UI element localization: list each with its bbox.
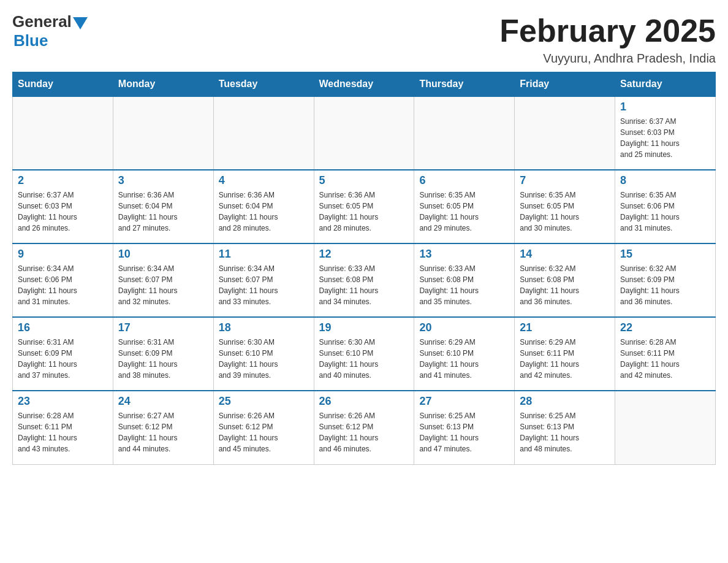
day-info: Sunrise: 6:36 AMSunset: 6:04 PMDaylight:… <box>118 190 208 234</box>
day-info: Sunrise: 6:36 AMSunset: 6:04 PMDaylight:… <box>219 190 309 234</box>
day-number: 22 <box>620 321 710 334</box>
day-info: Sunrise: 6:30 AMSunset: 6:10 PMDaylight:… <box>319 337 409 381</box>
logo: General Blue <box>12 12 88 50</box>
calendar-cell: 26Sunrise: 6:26 AMSunset: 6:12 PMDayligh… <box>314 391 414 464</box>
calendar-cell: 1Sunrise: 6:37 AMSunset: 6:03 PMDaylight… <box>615 96 716 170</box>
day-number: 25 <box>219 395 309 408</box>
day-info: Sunrise: 6:33 AMSunset: 6:08 PMDaylight:… <box>319 263 409 307</box>
calendar-cell <box>314 96 414 170</box>
calendar-cell: 17Sunrise: 6:31 AMSunset: 6:09 PMDayligh… <box>113 317 213 391</box>
day-info: Sunrise: 6:29 AMSunset: 6:11 PMDaylight:… <box>520 337 610 381</box>
day-number: 6 <box>419 174 509 187</box>
page-header: General Blue February 2025 Vuyyuru, Andh… <box>12 12 716 66</box>
day-info: Sunrise: 6:28 AMSunset: 6:11 PMDaylight:… <box>18 410 108 454</box>
day-info: Sunrise: 6:37 AMSunset: 6:03 PMDaylight:… <box>620 116 710 160</box>
day-info: Sunrise: 6:28 AMSunset: 6:11 PMDaylight:… <box>620 337 710 381</box>
day-info: Sunrise: 6:26 AMSunset: 6:12 PMDaylight:… <box>319 410 409 454</box>
day-number: 5 <box>319 174 409 187</box>
day-info: Sunrise: 6:32 AMSunset: 6:09 PMDaylight:… <box>620 263 710 307</box>
calendar-cell: 19Sunrise: 6:30 AMSunset: 6:10 PMDayligh… <box>314 317 414 391</box>
weekday-header-friday: Friday <box>515 72 615 97</box>
weekday-header-tuesday: Tuesday <box>213 72 314 97</box>
day-number: 14 <box>520 248 610 261</box>
calendar-cell <box>615 391 716 464</box>
weekday-header-saturday: Saturday <box>615 72 716 97</box>
calendar-cell: 25Sunrise: 6:26 AMSunset: 6:12 PMDayligh… <box>213 391 314 464</box>
day-info: Sunrise: 6:35 AMSunset: 6:06 PMDaylight:… <box>620 190 710 234</box>
day-number: 10 <box>118 248 208 261</box>
calendar-cell: 10Sunrise: 6:34 AMSunset: 6:07 PMDayligh… <box>113 243 213 317</box>
day-number: 11 <box>219 248 309 261</box>
calendar-cell: 2Sunrise: 6:37 AMSunset: 6:03 PMDaylight… <box>13 170 113 243</box>
calendar-cell <box>113 96 213 170</box>
calendar-cell: 11Sunrise: 6:34 AMSunset: 6:07 PMDayligh… <box>213 243 314 317</box>
day-info: Sunrise: 6:32 AMSunset: 6:08 PMDaylight:… <box>520 263 610 307</box>
title-section: February 2025 Vuyyuru, Andhra Pradesh, I… <box>499 12 716 66</box>
day-number: 26 <box>319 395 409 408</box>
day-info: Sunrise: 6:30 AMSunset: 6:10 PMDaylight:… <box>219 337 309 381</box>
week-row-5: 23Sunrise: 6:28 AMSunset: 6:11 PMDayligh… <box>13 391 716 464</box>
calendar-cell: 4Sunrise: 6:36 AMSunset: 6:04 PMDaylight… <box>213 170 314 243</box>
calendar-cell: 24Sunrise: 6:27 AMSunset: 6:12 PMDayligh… <box>113 391 213 464</box>
calendar-cell <box>414 96 515 170</box>
week-row-1: 1Sunrise: 6:37 AMSunset: 6:03 PMDaylight… <box>13 96 716 170</box>
weekday-header-monday: Monday <box>113 72 213 97</box>
day-info: Sunrise: 6:34 AMSunset: 6:07 PMDaylight:… <box>118 263 208 307</box>
weekday-header-thursday: Thursday <box>414 72 515 97</box>
day-info: Sunrise: 6:31 AMSunset: 6:09 PMDaylight:… <box>118 337 208 381</box>
day-info: Sunrise: 6:35 AMSunset: 6:05 PMDaylight:… <box>419 190 509 234</box>
day-number: 12 <box>319 248 409 261</box>
day-info: Sunrise: 6:26 AMSunset: 6:12 PMDaylight:… <box>219 410 309 454</box>
day-info: Sunrise: 6:31 AMSunset: 6:09 PMDaylight:… <box>18 337 108 381</box>
day-number: 28 <box>520 395 610 408</box>
day-number: 7 <box>520 174 610 187</box>
calendar-cell: 13Sunrise: 6:33 AMSunset: 6:08 PMDayligh… <box>414 243 515 317</box>
calendar-cell: 21Sunrise: 6:29 AMSunset: 6:11 PMDayligh… <box>515 317 615 391</box>
calendar-cell: 12Sunrise: 6:33 AMSunset: 6:08 PMDayligh… <box>314 243 414 317</box>
day-number: 2 <box>18 174 108 187</box>
day-info: Sunrise: 6:33 AMSunset: 6:08 PMDaylight:… <box>419 263 509 307</box>
day-number: 8 <box>620 174 710 187</box>
calendar-cell: 15Sunrise: 6:32 AMSunset: 6:09 PMDayligh… <box>615 243 716 317</box>
day-number: 9 <box>18 248 108 261</box>
day-info: Sunrise: 6:36 AMSunset: 6:05 PMDaylight:… <box>319 190 409 234</box>
calendar-cell: 5Sunrise: 6:36 AMSunset: 6:05 PMDaylight… <box>314 170 414 243</box>
day-info: Sunrise: 6:34 AMSunset: 6:07 PMDaylight:… <box>219 263 309 307</box>
calendar-cell: 3Sunrise: 6:36 AMSunset: 6:04 PMDaylight… <box>113 170 213 243</box>
day-number: 27 <box>419 395 509 408</box>
day-number: 4 <box>219 174 309 187</box>
day-info: Sunrise: 6:25 AMSunset: 6:13 PMDaylight:… <box>419 410 509 454</box>
day-number: 16 <box>18 321 108 334</box>
location-label: Vuyyuru, Andhra Pradesh, India <box>499 52 716 66</box>
week-row-4: 16Sunrise: 6:31 AMSunset: 6:09 PMDayligh… <box>13 317 716 391</box>
day-number: 18 <box>219 321 309 334</box>
weekday-header-wednesday: Wednesday <box>314 72 414 97</box>
calendar-cell: 23Sunrise: 6:28 AMSunset: 6:11 PMDayligh… <box>13 391 113 464</box>
day-number: 17 <box>118 321 208 334</box>
logo-triangle-icon <box>73 17 88 29</box>
day-number: 23 <box>18 395 108 408</box>
day-info: Sunrise: 6:34 AMSunset: 6:06 PMDaylight:… <box>18 263 108 307</box>
logo-general-text: General <box>12 12 72 31</box>
calendar-table: SundayMondayTuesdayWednesdayThursdayFrid… <box>12 72 716 465</box>
day-number: 19 <box>319 321 409 334</box>
day-info: Sunrise: 6:35 AMSunset: 6:05 PMDaylight:… <box>520 190 610 234</box>
day-number: 13 <box>419 248 509 261</box>
weekday-header-sunday: Sunday <box>13 72 113 97</box>
calendar-cell: 20Sunrise: 6:29 AMSunset: 6:10 PMDayligh… <box>414 317 515 391</box>
calendar-cell: 28Sunrise: 6:25 AMSunset: 6:13 PMDayligh… <box>515 391 615 464</box>
weekday-header-row: SundayMondayTuesdayWednesdayThursdayFrid… <box>13 72 716 97</box>
calendar-cell <box>213 96 314 170</box>
day-number: 21 <box>520 321 610 334</box>
logo-blue-text: Blue <box>13 31 48 50</box>
day-info: Sunrise: 6:37 AMSunset: 6:03 PMDaylight:… <box>18 190 108 234</box>
day-number: 24 <box>118 395 208 408</box>
calendar-cell <box>515 96 615 170</box>
calendar-cell <box>13 96 113 170</box>
day-info: Sunrise: 6:25 AMSunset: 6:13 PMDaylight:… <box>520 410 610 454</box>
day-number: 15 <box>620 248 710 261</box>
calendar-cell: 9Sunrise: 6:34 AMSunset: 6:06 PMDaylight… <box>13 243 113 317</box>
calendar-cell: 7Sunrise: 6:35 AMSunset: 6:05 PMDaylight… <box>515 170 615 243</box>
day-info: Sunrise: 6:27 AMSunset: 6:12 PMDaylight:… <box>118 410 208 454</box>
day-number: 1 <box>620 101 710 113</box>
